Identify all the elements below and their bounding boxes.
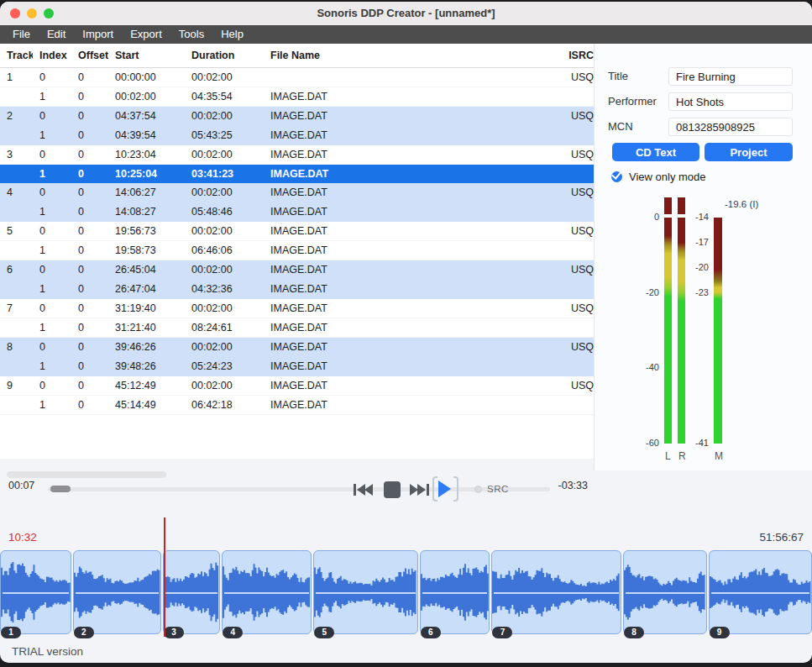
cell-track: 7 <box>0 299 33 318</box>
cell-start: 26:47:04 <box>108 280 185 299</box>
waveform-center-line <box>494 592 619 594</box>
table-row[interactable]: 50019:56:7300:02:00IMAGE.DATUSQ <box>0 222 594 241</box>
waveform-segment[interactable]: 3 <box>163 550 220 634</box>
table-row[interactable]: 1039:48:2605:24:23IMAGE.DAT <box>0 357 594 376</box>
cell-isrc: USQ <box>534 376 594 396</box>
previous-track-button[interactable] <box>353 481 373 498</box>
cell-isrc: USQ <box>534 222 594 241</box>
cell-duration: 00:02:00 <box>185 260 264 280</box>
waveform-segment[interactable]: 5 <box>313 550 417 634</box>
playhead-line[interactable] <box>164 517 165 637</box>
cell-start: 19:58:73 <box>108 241 185 260</box>
table-body: 10000:00:0000:02:00USQ1000:02:0004:35:54… <box>0 68 594 415</box>
cell-duration: 06:46:06 <box>185 241 264 260</box>
playhead-position-label: 10:32 <box>8 531 37 544</box>
cell-isrc <box>534 202 594 222</box>
cell-start: 14:06:27 <box>108 183 185 202</box>
table-row[interactable]: 1019:58:7306:46:06IMAGE.DAT <box>0 241 594 260</box>
table-row[interactable]: 1031:21:4008:24:61IMAGE.DAT <box>0 318 594 338</box>
table-row[interactable]: 1004:39:5405:43:25IMAGE.DAT <box>0 126 594 145</box>
waveform-segment[interactable]: 4 <box>222 550 312 634</box>
next-track-button[interactable] <box>410 481 430 498</box>
cell-offset: 0 <box>71 126 108 145</box>
cell-file: IMAGE.DAT <box>264 107 534 126</box>
cell-index: 1 <box>33 126 71 145</box>
table-row[interactable]: 1010:25:0403:41:23IMAGE.DAT <box>0 165 594 184</box>
waveform-segment[interactable]: 2 <box>73 550 161 634</box>
cell-isrc <box>534 318 594 338</box>
waveform-segment[interactable]: 7 <box>491 550 621 634</box>
waveform-segment[interactable]: 6 <box>420 550 490 634</box>
waveform-center-line <box>224 592 309 594</box>
table-row[interactable]: 80039:46:2600:02:00IMAGE.DATUSQ <box>0 338 594 357</box>
menu-item-export[interactable]: Export <box>122 25 170 44</box>
menu-item-edit[interactable]: Edit <box>39 25 74 44</box>
src-label: SRC <box>487 484 509 494</box>
column-header-duration[interactable]: Duration <box>185 44 264 68</box>
table-row[interactable]: 30010:23:0400:02:00IMAGE.DATUSQ <box>0 145 594 165</box>
table-row[interactable]: 1014:08:2705:48:46IMAGE.DAT <box>0 202 594 222</box>
table-row[interactable]: 90045:12:4900:02:00IMAGE.DATUSQ <box>0 376 594 396</box>
column-header-isrc[interactable]: ISRC <box>534 44 594 68</box>
cell-file: IMAGE.DAT <box>264 126 534 145</box>
table-row[interactable]: 1000:02:0004:35:54IMAGE.DAT <box>0 87 594 107</box>
column-header-file-name[interactable]: File Name <box>264 44 534 68</box>
waveform-segment[interactable]: 1 <box>0 550 71 634</box>
waveform-segment[interactable]: 9 <box>709 550 812 634</box>
cell-track <box>0 87 33 107</box>
status-bar-text: TRIAL version <box>12 645 83 658</box>
menu-item-import[interactable]: Import <box>74 25 122 44</box>
waveform-center-line <box>316 592 415 594</box>
table-row[interactable]: 1045:14:4906:42:18IMAGE.DAT <box>0 396 594 415</box>
table-row[interactable]: 10000:00:0000:02:00USQ <box>0 68 594 87</box>
cell-start: 31:19:40 <box>108 299 185 318</box>
cell-start: 10:25:04 <box>108 165 185 184</box>
track-list-panel: TrackIndexOffsetStartDurationFile NameIS… <box>0 44 594 459</box>
column-header-index[interactable]: Index <box>33 44 71 68</box>
waveform-image <box>73 550 161 634</box>
cell-file: IMAGE.DAT <box>264 165 534 184</box>
cell-offset: 0 <box>71 145 108 165</box>
column-header-offset[interactable]: Offset <box>71 44 108 68</box>
table-row[interactable]: 1026:47:0404:32:36IMAGE.DAT <box>0 280 594 299</box>
cell-index: 1 <box>33 318 71 338</box>
menu-item-help[interactable]: Help <box>212 25 252 44</box>
track-number-badge: 3 <box>164 627 184 638</box>
cell-track: 3 <box>0 145 33 165</box>
waveform-center-line <box>711 592 809 594</box>
cell-index: 1 <box>33 357 71 376</box>
cell-start: 04:39:54 <box>108 126 185 145</box>
play-button[interactable] <box>432 476 458 502</box>
transport-bar: SRC <box>0 475 812 505</box>
track-number-badge: 1 <box>1 627 21 638</box>
table-row[interactable]: 60026:45:0400:02:00IMAGE.DATUSQ <box>0 260 594 280</box>
cell-index: 0 <box>33 338 71 357</box>
table-row[interactable]: 20004:37:5400:02:00IMAGE.DATUSQ <box>0 107 594 126</box>
waveform-image <box>623 550 707 634</box>
track-number-badge: 5 <box>314 627 334 638</box>
track-number-badge: 8 <box>624 627 644 638</box>
menu-item-tools[interactable]: Tools <box>170 25 212 44</box>
waveform-image <box>313 550 417 634</box>
cell-isrc: USQ <box>534 299 594 318</box>
column-header-start[interactable]: Start <box>108 44 185 68</box>
cell-duration: 00:02:00 <box>185 338 264 357</box>
cell-track <box>0 241 33 260</box>
cell-index: 1 <box>33 165 71 184</box>
cell-duration: 06:42:18 <box>185 396 264 415</box>
table-row[interactable]: 70031:19:4000:02:00IMAGE.DATUSQ <box>0 299 594 318</box>
project-button[interactable]: Project <box>705 143 793 161</box>
cell-index: 0 <box>33 145 71 165</box>
table-row[interactable]: 40014:06:2700:02:00IMAGE.DATUSQ <box>0 183 594 202</box>
column-header-track[interactable]: Track <box>0 44 33 68</box>
menu-item-file[interactable]: File <box>4 25 39 44</box>
stop-button[interactable] <box>383 481 401 499</box>
cell-start: 19:56:73 <box>108 222 185 241</box>
cell-start: 04:37:54 <box>108 107 185 126</box>
waveform-segment[interactable]: 8 <box>623 550 707 634</box>
meter-scale-label: -41 <box>695 438 709 448</box>
cell-duration: 00:02:00 <box>185 107 264 126</box>
src-indicator-led[interactable] <box>474 486 482 493</box>
cell-offset: 0 <box>71 107 108 126</box>
focus-bracket-right-icon <box>453 476 458 502</box>
